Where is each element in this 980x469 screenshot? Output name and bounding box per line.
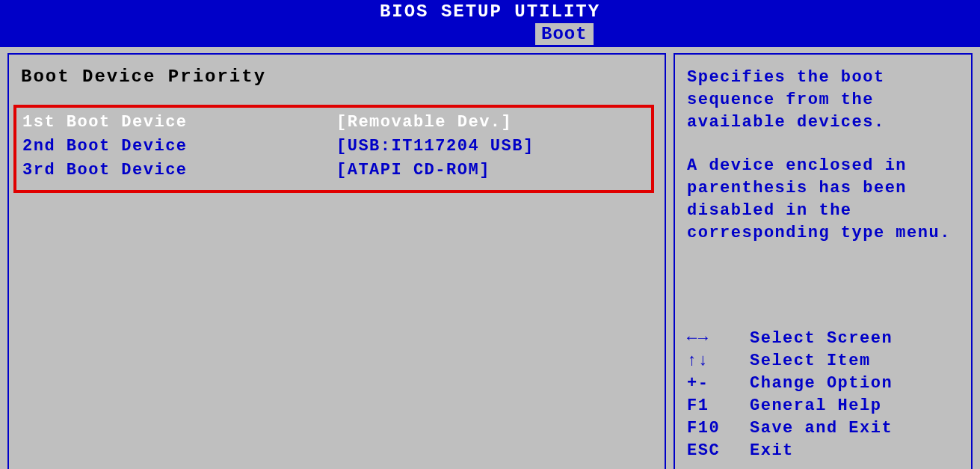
- content-area: Boot Device Priority 1st Boot Device [Re…: [0, 47, 980, 469]
- key-f1-label: F1: [687, 395, 750, 417]
- key-hints: ←→ Select Screen ↑↓ Select Item +- Chang…: [687, 328, 964, 462]
- boot-item-3[interactable]: 3rd Boot Device [ATAPI CD-ROM]: [22, 159, 645, 183]
- key-hint-change-option: +- Change Option: [687, 373, 964, 395]
- arrows-left-right-icon: ←→: [687, 328, 750, 350]
- boot-item-3-label: 3rd Boot Device: [22, 159, 336, 183]
- key-esc-label: ESC: [687, 440, 750, 462]
- key-desc-exit: Exit: [750, 440, 964, 462]
- key-hint-exit: ESC Exit: [687, 440, 964, 462]
- boot-device-list: 1st Boot Device [Removable Dev.] 2nd Boo…: [13, 105, 654, 193]
- bios-title-bar: BIOS SETUP UTILITY: [0, 0, 980, 23]
- boot-item-1-label: 1st Boot Device: [22, 111, 336, 135]
- help-paragraph-2: A device enclosed in parenthesis has bee…: [687, 155, 964, 245]
- key-desc-general-help: General Help: [750, 395, 964, 417]
- key-desc-change-option: Change Option: [750, 373, 964, 395]
- boot-item-2[interactable]: 2nd Boot Device [USB:IT117204 USB]: [22, 135, 645, 159]
- bios-title: BIOS SETUP UTILITY: [380, 1, 600, 22]
- boot-item-1[interactable]: 1st Boot Device [Removable Dev.]: [22, 111, 645, 135]
- help-paragraph-1: Specifies the boot sequence from the ava…: [687, 67, 964, 134]
- section-title: Boot Device Priority: [21, 67, 657, 87]
- boot-item-3-value: [ATAPI CD-ROM]: [336, 159, 645, 183]
- help-text: Specifies the boot sequence from the ava…: [687, 67, 964, 266]
- key-hint-select-screen: ←→ Select Screen: [687, 328, 964, 350]
- key-desc-save-exit: Save and Exit: [750, 417, 964, 440]
- key-hint-save-exit: F10 Save and Exit: [687, 417, 964, 440]
- help-panel: Specifies the boot sequence from the ava…: [674, 53, 973, 469]
- tab-bar: Boot: [0, 23, 980, 47]
- plus-minus-icon: +-: [687, 373, 750, 395]
- key-desc-select-screen: Select Screen: [750, 328, 964, 350]
- key-desc-select-item: Select Item: [750, 350, 964, 373]
- key-f10-label: F10: [687, 417, 750, 440]
- boot-item-2-label: 2nd Boot Device: [22, 135, 336, 159]
- boot-item-1-value: [Removable Dev.]: [336, 111, 645, 135]
- tab-boot[interactable]: Boot: [535, 23, 594, 45]
- tab-boot-label: Boot: [541, 24, 588, 44]
- key-hint-general-help: F1 General Help: [687, 395, 964, 417]
- main-panel: Boot Device Priority 1st Boot Device [Re…: [7, 53, 666, 469]
- arrows-up-down-icon: ↑↓: [687, 350, 750, 373]
- boot-item-2-value: [USB:IT117204 USB]: [336, 135, 645, 159]
- key-hint-select-item: ↑↓ Select Item: [687, 350, 964, 373]
